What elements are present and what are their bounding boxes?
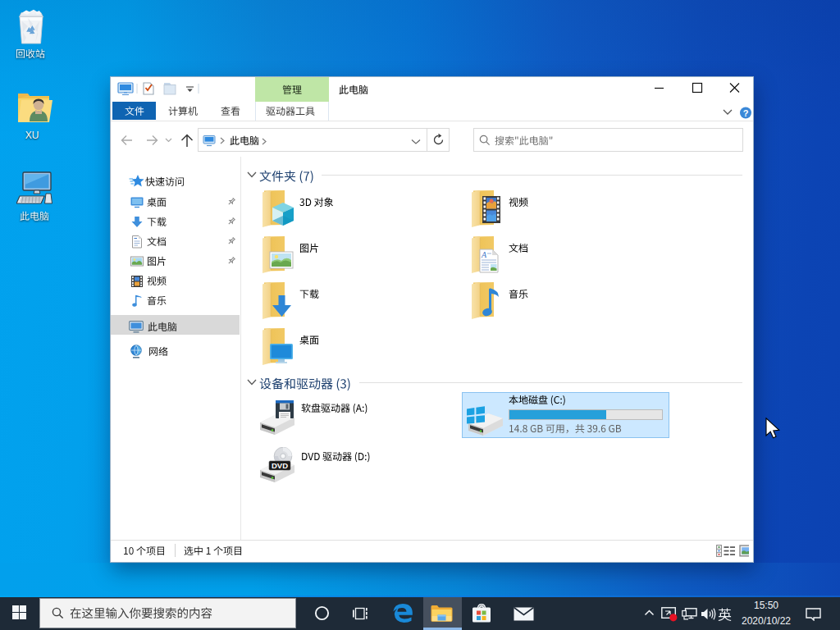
svg-text:?: ?: [743, 108, 749, 118]
svg-text:DVD: DVD: [272, 461, 288, 470]
svg-text:A: A: [481, 250, 487, 259]
